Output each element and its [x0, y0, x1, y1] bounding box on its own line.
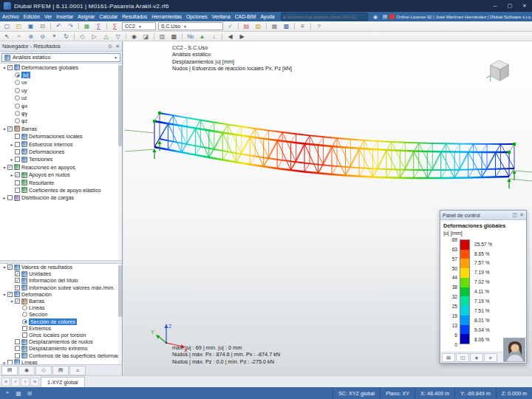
- tree-item-coeficientes-de-apoyo-el-stico[interactable]: Coeficientes de apoyo elástico: [0, 186, 122, 194]
- view-y-icon[interactable]: △: [100, 32, 112, 41]
- snap-icon[interactable]: ⊞: [24, 389, 35, 398]
- render-icon[interactable]: ▩: [281, 22, 292, 31]
- calculate-icon[interactable]: ∑: [109, 22, 120, 31]
- navigation-cube[interactable]: [485, 56, 513, 84]
- checkbox[interactable]: [15, 157, 20, 162]
- tab-nav-button-3[interactable]: »: [30, 378, 39, 386]
- redo-icon[interactable]: ↷: [65, 22, 76, 31]
- menu-insertar[interactable]: Insertar: [54, 14, 75, 19]
- scrollbar[interactable]: [118, 264, 122, 364]
- select-icon[interactable]: ↖: [1, 32, 13, 41]
- checkbox[interactable]: [15, 142, 20, 147]
- zoom-out-icon[interactable]: ⊖: [37, 32, 48, 41]
- radio-button[interactable]: [15, 103, 20, 109]
- clipping-icon[interactable]: ◪: [140, 32, 151, 41]
- new-icon[interactable]: ▢: [1, 22, 13, 31]
- tree-item-informaci-n-del-t-tulo[interactable]: ✓Información del título: [0, 277, 122, 284]
- loads-icon[interactable]: ↓: [208, 32, 219, 41]
- expander-icon[interactable]: ▸: [1, 360, 7, 364]
- checkbox[interactable]: [15, 353, 20, 358]
- expander-icon[interactable]: ▾: [1, 165, 7, 170]
- numbering-icon[interactable]: №: [185, 32, 196, 41]
- checkbox[interactable]: [22, 332, 27, 338]
- tree-item-uz[interactable]: uz: [0, 95, 122, 102]
- tree-item-deformaciones[interactable]: Deformaciones: [0, 148, 122, 155]
- checkbox[interactable]: [7, 360, 13, 364]
- checkbox[interactable]: ✓: [15, 285, 20, 290]
- tree-item-giros-locales-por-torsi-n[interactable]: Giros locales por torsión: [0, 332, 122, 338]
- tree-item-x[interactable]: φx: [0, 102, 122, 109]
- checkbox[interactable]: [22, 326, 27, 331]
- maximize-button[interactable]: ▢: [502, 0, 517, 12]
- navigator-tab-results[interactable]: ▤: [52, 366, 69, 375]
- minimize-button[interactable]: ─: [488, 0, 502, 12]
- tree-item-deformaci-n[interactable]: ▾✓Deformación: [0, 291, 122, 298]
- visibility-icon[interactable]: ◉: [129, 32, 140, 41]
- tree-item-desplazamientos-de-nudos[interactable]: Desplazamientos de nudos: [0, 338, 122, 345]
- panel-tab-color-scale[interactable]: ▤: [442, 353, 455, 362]
- results-icon[interactable]: ▤: [241, 22, 252, 31]
- supports-icon[interactable]: ▲: [197, 32, 208, 41]
- menu-opciones[interactable]: Opciones: [184, 14, 210, 19]
- view-x-icon[interactable]: ▷: [89, 32, 100, 41]
- radio-button[interactable]: [15, 72, 20, 78]
- coordinate-system-icon[interactable]: ⌖: [2, 389, 13, 398]
- checkbox[interactable]: ✓: [15, 299, 20, 304]
- check-icon[interactable]: ✓: [225, 22, 236, 31]
- tree-item-barras[interactable]: ▾✓Barras: [0, 125, 122, 132]
- tree-item-apoyos-en-nudos[interactable]: ▸✓Apoyos en nudos: [0, 171, 122, 178]
- tree-item-uy[interactable]: uy: [0, 86, 122, 94]
- open-icon[interactable]: ◰: [13, 22, 24, 31]
- radio-button[interactable]: [22, 305, 27, 310]
- menu-cad-bim[interactable]: CAD-BIM: [233, 14, 259, 19]
- tree-item-reacciones-en-apoyos[interactable]: ▾✓Reacciones en apoyos: [0, 163, 122, 171]
- grid-icon[interactable]: ▦: [269, 22, 280, 31]
- search-input[interactable]: [287, 14, 364, 19]
- graphics-viewport[interactable]: ZXY CC2 - S.C.Uso Análisis estático Desp…: [123, 41, 532, 375]
- view-z-icon[interactable]: ▽: [112, 32, 123, 41]
- view-tab-xyz-global[interactable]: 1-XYZ global: [41, 377, 85, 387]
- checkbox[interactable]: ✓: [7, 265, 13, 270]
- expander-icon[interactable]: ▾: [1, 292, 7, 297]
- undo-icon[interactable]: ↶: [53, 22, 64, 31]
- panel-tab-settings[interactable]: ≡: [484, 353, 497, 362]
- close-icon[interactable]: ✕: [115, 44, 120, 50]
- tree-item-z[interactable]: φz: [0, 117, 122, 125]
- menu-herramientas[interactable]: Herramientas: [149, 14, 184, 19]
- help-icon[interactable]: ?: [313, 22, 324, 31]
- save-icon[interactable]: ▣: [25, 22, 36, 31]
- tree-item-ux[interactable]: ux: [0, 79, 122, 86]
- menu-ventana[interactable]: Ventana: [210, 14, 233, 19]
- tree-item-desplazamiento-extremo[interactable]: Desplazamiento extremo: [0, 345, 122, 352]
- menu-archivo[interactable]: Archivo: [0, 14, 21, 19]
- checkbox[interactable]: ✓: [15, 271, 20, 276]
- checkbox[interactable]: ✓: [7, 126, 13, 132]
- checkbox[interactable]: [15, 134, 20, 139]
- checkbox[interactable]: ✓: [7, 165, 13, 170]
- checkbox[interactable]: [7, 195, 13, 200]
- expander-icon[interactable]: ▸: [9, 157, 15, 162]
- tree-item-deformaciones-globales[interactable]: ▾✓Deformaciones globales: [0, 64, 122, 71]
- colors-icon[interactable]: ▧: [253, 22, 264, 31]
- menu-asignar[interactable]: Asignar: [75, 14, 97, 19]
- analysis-type-combo[interactable]: Análisis estático ▼: [1, 53, 120, 62]
- settings-icon[interactable]: ≡: [297, 22, 308, 31]
- zoom-window-icon[interactable]: ⌕: [13, 32, 24, 41]
- tree-item-informaci-n-sobre-valores-m-x-m-n[interactable]: ✓Información sobre valores máx./mín.: [0, 284, 122, 291]
- radio-button[interactable]: [22, 319, 27, 324]
- load-case-combo[interactable]: S.C.Uso ▼: [158, 22, 223, 30]
- radio-button[interactable]: [15, 80, 20, 85]
- grid-icon[interactable]: ▦: [13, 389, 24, 398]
- checkbox[interactable]: [15, 339, 20, 344]
- close-button[interactable]: ✕: [517, 0, 532, 12]
- menu-resultados[interactable]: Resultados: [120, 14, 149, 19]
- navigator-tab-views[interactable]: ◇: [35, 366, 52, 375]
- checkbox[interactable]: ✓: [7, 292, 13, 297]
- rotate-icon[interactable]: ↻: [61, 32, 72, 41]
- scrollbar[interactable]: [118, 64, 122, 260]
- checkbox[interactable]: ✓: [15, 278, 20, 283]
- menu-calcular[interactable]: Calcular: [97, 14, 120, 19]
- messages-icon[interactable]: ▤: [381, 13, 389, 21]
- radio-button[interactable]: [15, 118, 20, 123]
- tree-item-tensiones[interactable]: ▸Tensiones: [0, 156, 122, 163]
